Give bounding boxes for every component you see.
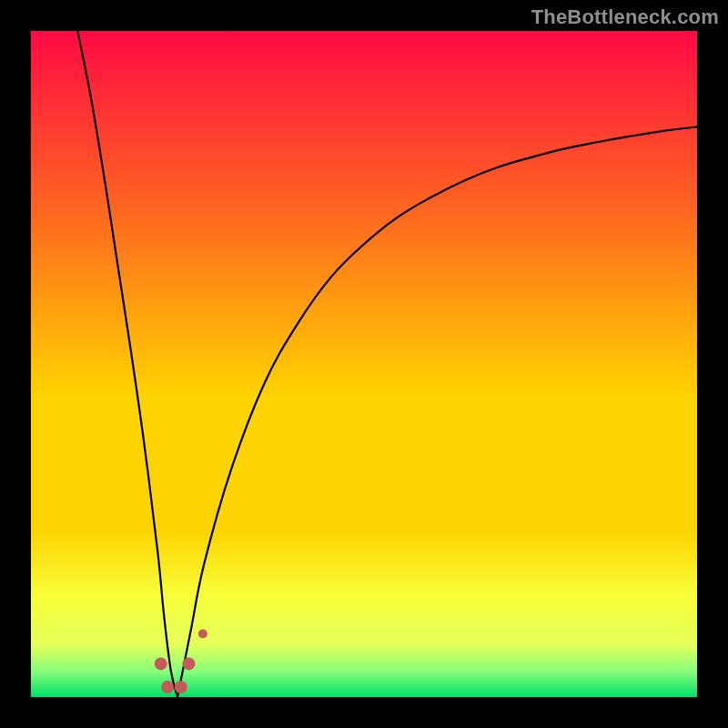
chart-frame: TheBottleneck.com — [0, 0, 728, 728]
plot-area — [31, 31, 697, 697]
optimum-marker — [182, 657, 195, 670]
optimum-markers — [155, 629, 207, 693]
bottleneck-curve — [31, 31, 697, 697]
watermark-text: TheBottleneck.com — [531, 5, 719, 29]
optimum-marker — [198, 629, 207, 638]
optimum-marker — [175, 681, 187, 693]
optimum-marker — [161, 681, 174, 693]
optimum-marker — [155, 657, 167, 670]
